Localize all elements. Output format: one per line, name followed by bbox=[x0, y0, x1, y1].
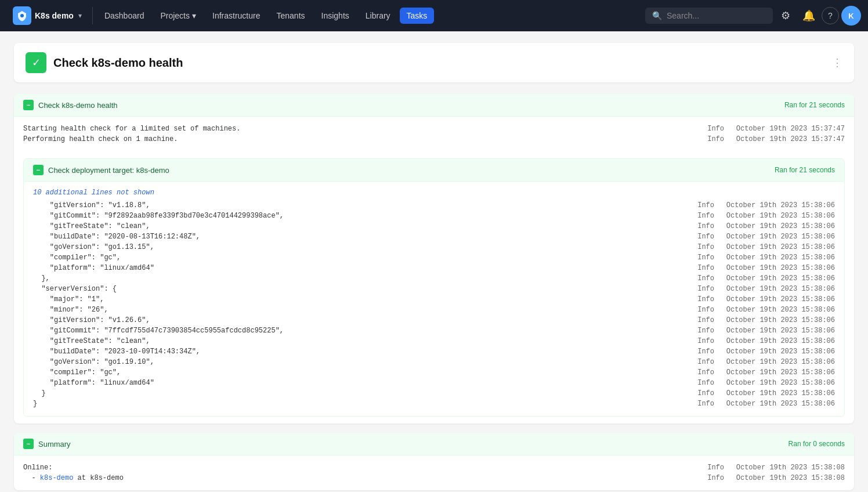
deploy-target-title: Check deployment target: k8s-demo bbox=[48, 166, 169, 175]
log-message: "buildDate": "2023-10-09T14:43:34Z", bbox=[33, 348, 675, 356]
log-timestamp: October 19th 2023 15:37:47 bbox=[729, 125, 845, 133]
log-timestamp: October 19th 2023 15:38:06 bbox=[719, 368, 835, 377]
search-box[interactable]: 🔍 bbox=[645, 8, 773, 24]
log-message: "goVersion": "go1.13.15", bbox=[33, 243, 675, 251]
nav-infrastructure[interactable]: Infrastructure bbox=[205, 8, 267, 24]
log-timestamp: October 19th 2023 15:38:06 bbox=[719, 212, 835, 220]
log-message: } bbox=[33, 400, 675, 408]
search-icon: 🔍 bbox=[652, 11, 662, 20]
log-line: } Info October 19th 2023 15:38:06 bbox=[33, 399, 835, 409]
log-line: - k8s-demo at k8s-demo Info October 19th… bbox=[23, 473, 845, 483]
log-line: "gitCommit": "7ffcdf755d47c73903854cc595… bbox=[33, 325, 835, 336]
page-content: ✓ Check k8s-demo health ⋮ − Check k8s-de… bbox=[0, 31, 868, 492]
log-message: Online: bbox=[23, 464, 685, 472]
nav-insights[interactable]: Insights bbox=[314, 8, 356, 24]
deploy-target-duration: Ran for 21 seconds bbox=[775, 166, 835, 174]
log-level: Info bbox=[679, 285, 714, 293]
log-message: "compiler": "gc", bbox=[33, 254, 675, 262]
log-timestamp: October 19th 2023 15:38:06 bbox=[719, 358, 835, 366]
log-line: Starting health check for a limited set … bbox=[23, 124, 845, 134]
log-line: "gitCommit": "9f2892aab98fe339f3bd70e3c4… bbox=[33, 211, 835, 221]
deploy-logs-container: "gitVersion": "v1.18.8", Info October 19… bbox=[33, 200, 835, 409]
log-level: Info bbox=[689, 135, 724, 143]
log-timestamp: October 19th 2023 15:38:06 bbox=[719, 295, 835, 303]
log-timestamp: October 19th 2023 15:38:06 bbox=[719, 285, 835, 293]
section-status-icon: − bbox=[23, 439, 34, 449]
log-level: Info bbox=[679, 295, 714, 303]
nav-tenants[interactable]: Tenants bbox=[269, 8, 312, 24]
deploy-target-section: − Check deployment target: k8s-demo Ran … bbox=[23, 158, 845, 417]
section-status-icon: − bbox=[23, 100, 34, 110]
page-menu-button[interactable]: ⋮ bbox=[832, 56, 842, 69]
log-line: "major": "1", Info October 19th 2023 15:… bbox=[33, 294, 835, 305]
nav-tasks[interactable]: Tasks bbox=[400, 8, 435, 24]
log-timestamp: October 19th 2023 15:38:08 bbox=[729, 464, 845, 472]
log-message: "serverVersion": { bbox=[33, 285, 675, 293]
log-line: "serverVersion": { Info October 19th 202… bbox=[33, 284, 835, 294]
search-input[interactable] bbox=[667, 11, 766, 20]
log-line: Online: Info October 19th 2023 15:38:08 bbox=[23, 462, 845, 473]
log-level: Info bbox=[679, 233, 714, 241]
app-logo[interactable]: K8s demo ▾ bbox=[7, 3, 88, 28]
logo-chevron-icon: ▾ bbox=[78, 12, 82, 20]
log-message: "gitVersion": "v1.26.6", bbox=[33, 316, 675, 324]
log-level: Info bbox=[679, 306, 714, 314]
summary-title: Summary bbox=[38, 440, 71, 448]
log-level: Info bbox=[679, 264, 714, 272]
task-status-icon: ✓ bbox=[26, 52, 46, 73]
log-level: Info bbox=[679, 327, 714, 335]
log-line: } Info October 19th 2023 15:38:06 bbox=[33, 388, 835, 399]
log-level: Info bbox=[679, 243, 714, 251]
page-header-left: ✓ Check k8s-demo health bbox=[26, 52, 183, 73]
log-line: "buildDate": "2020-08-13T16:12:48Z", Inf… bbox=[33, 231, 835, 242]
log-message: "gitCommit": "9f2892aab98fe339f3bd70e3c4… bbox=[33, 212, 675, 220]
log-timestamp: October 19th 2023 15:38:06 bbox=[719, 254, 835, 262]
log-level: Info bbox=[689, 125, 724, 133]
log-line: "platform": "linux/amd64" Info October 1… bbox=[33, 378, 835, 388]
log-level: Info bbox=[679, 212, 714, 220]
log-level: Info bbox=[679, 316, 714, 324]
notifications-button[interactable]: 🔔 bbox=[798, 5, 819, 26]
log-line: Performing health check on 1 machine. In… bbox=[23, 134, 845, 144]
nav-dashboard[interactable]: Dashboard bbox=[97, 8, 151, 24]
section-header-left: − Check deployment target: k8s-demo bbox=[33, 165, 169, 175]
nav-divider bbox=[92, 7, 93, 24]
more-lines-indicator: 10 additional lines not shown bbox=[33, 189, 835, 197]
log-line: "goVersion": "go1.13.15", Info October 1… bbox=[33, 242, 835, 252]
log-level: Info bbox=[679, 379, 714, 387]
nav-projects[interactable]: Projects ▾ bbox=[153, 8, 203, 24]
main-health-logs: Starting health check for a limited set … bbox=[14, 117, 854, 151]
log-line: }, Info October 19th 2023 15:38:06 bbox=[33, 273, 835, 284]
main-health-title: Check k8s-demo health bbox=[38, 101, 118, 110]
settings-button[interactable]: ⚙ bbox=[775, 5, 796, 26]
log-message: "gitCommit": "7ffcdf755d47c73903854cc595… bbox=[33, 327, 675, 335]
log-message: "minor": "26", bbox=[33, 306, 675, 314]
section-header-left: − Summary bbox=[23, 439, 71, 449]
summary-duration: Ran for 0 seconds bbox=[789, 440, 845, 448]
log-message: "major": "1", bbox=[33, 295, 675, 303]
log-line: "buildDate": "2023-10-09T14:43:34Z", Inf… bbox=[33, 346, 835, 357]
k8s-demo-link[interactable]: k8s-demo bbox=[40, 474, 74, 482]
help-button[interactable]: ? bbox=[822, 7, 839, 24]
log-message: } bbox=[33, 389, 675, 397]
log-timestamp: October 19th 2023 15:38:06 bbox=[719, 379, 835, 387]
section-header-left: − Check k8s-demo health bbox=[23, 100, 118, 110]
log-level: Info bbox=[679, 274, 714, 283]
log-message: "gitVersion": "v1.18.8", bbox=[33, 201, 675, 209]
log-level: Info bbox=[679, 348, 714, 356]
log-message: "gitTreeState": "clean", bbox=[33, 337, 675, 345]
logo-icon bbox=[13, 6, 31, 25]
log-timestamp: October 19th 2023 15:38:06 bbox=[719, 348, 835, 356]
log-level: Info bbox=[679, 368, 714, 377]
log-message: "platform": "linux/amd64" bbox=[33, 379, 675, 387]
nav-library[interactable]: Library bbox=[359, 8, 397, 24]
user-avatar[interactable]: K bbox=[841, 6, 861, 26]
log-level: Info bbox=[679, 254, 714, 262]
app-name: K8s demo bbox=[35, 11, 74, 20]
top-navigation: K8s demo ▾ Dashboard Projects ▾ Infrastr… bbox=[0, 0, 868, 31]
summary-header: − Summary Ran for 0 seconds bbox=[14, 433, 854, 455]
deploy-target-header: − Check deployment target: k8s-demo Ran … bbox=[24, 159, 844, 182]
log-message: "goVersion": "go1.19.10", bbox=[33, 358, 675, 366]
log-timestamp: October 19th 2023 15:38:06 bbox=[719, 327, 835, 335]
log-timestamp: October 19th 2023 15:38:06 bbox=[719, 233, 835, 241]
